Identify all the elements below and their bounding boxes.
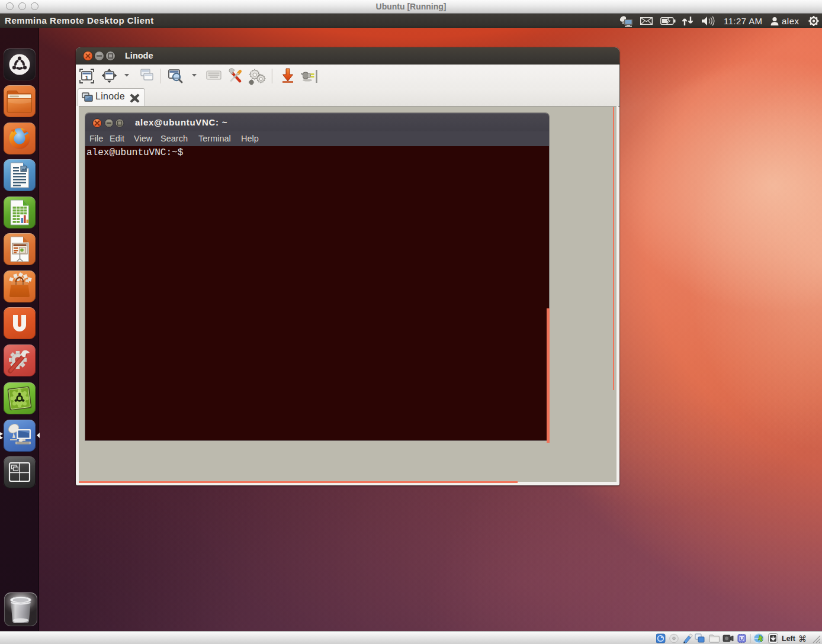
svg-text:⌘: ⌘ — [798, 634, 807, 643]
svg-text:1: 1 — [85, 74, 89, 80]
svg-text:Left: Left — [782, 635, 796, 643]
